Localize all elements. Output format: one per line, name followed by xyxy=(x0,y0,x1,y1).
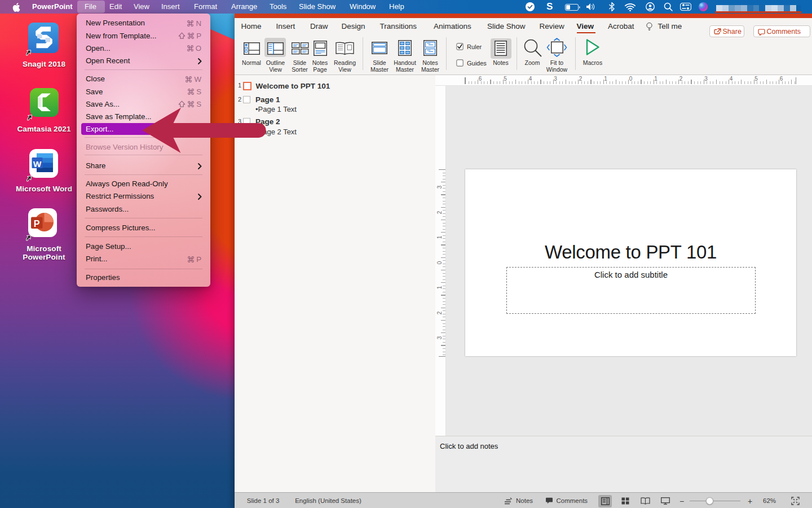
svg-text:P: P xyxy=(34,219,40,229)
svg-text:W: W xyxy=(33,159,42,169)
